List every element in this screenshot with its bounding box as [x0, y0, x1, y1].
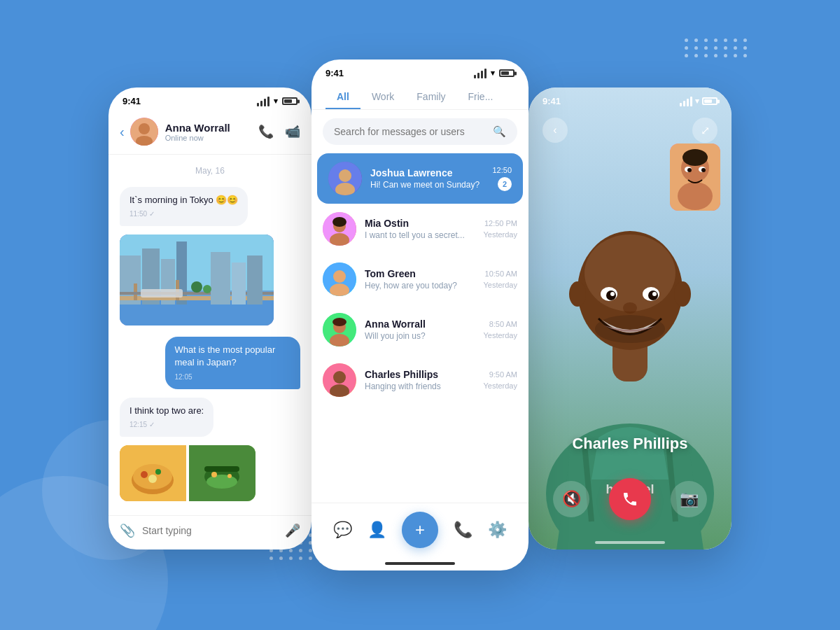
mute-button[interactable]: 🔇 [553, 481, 589, 517]
wifi-icon-right: ▾ [695, 97, 699, 106]
conversation-meta-4: 8:50 AM Yesterday [483, 320, 517, 340]
nav-settings-icon[interactable]: ⚙️ [488, 521, 507, 539]
message-row-2: What is the most popular meal in Japan? … [120, 337, 300, 388]
nav-chat-icon[interactable]: 💬 [333, 521, 352, 539]
conversation-time-3a: 10:50 AM [485, 270, 517, 278]
microphone-icon[interactable]: 🎤 [285, 523, 300, 538]
conversation-meta-1: 12:50 2 [492, 166, 512, 191]
conversation-item-2[interactable]: Mia Ostin I want to tell you a secret...… [312, 204, 528, 254]
message-time-3: 12:15 ✓ [130, 420, 204, 430]
svg-point-32 [211, 472, 217, 477]
conversation-preview-4: Will you join us? [365, 331, 483, 341]
conversation-time-4a: 8:50 AM [489, 320, 517, 328]
conversation-preview-3: Hey, how are you today? [365, 281, 483, 290]
conversation-badge-1: 2 [498, 177, 512, 191]
svg-rect-18 [232, 262, 246, 304]
conversation-time-4b: Yesterday [483, 331, 517, 340]
conversation-time-1: 12:50 [492, 166, 512, 174]
conversation-content-5: Charles Phillips Hanging with friends [365, 369, 483, 391]
message-time-2: 12:05 [175, 372, 291, 382]
signal-icon-middle [474, 69, 486, 78]
chat-contact-name: Anna Worrall [165, 122, 258, 134]
conversation-content-3: Tom Green Hey, how are you today? [365, 268, 483, 290]
message-text-2: What is the most popular meal in Japan? [175, 344, 276, 368]
phones-container: 9:41 ▾ ‹ [108, 59, 732, 570]
svg-point-25 [141, 471, 148, 478]
signal-icon-right [680, 97, 692, 106]
status-time-right: 9:41 [542, 96, 561, 106]
conversation-name-1: Joshua Lawrence [370, 167, 492, 178]
tab-all[interactable]: All [326, 84, 360, 109]
tab-friends[interactable]: Frie... [457, 84, 505, 109]
svg-point-47 [332, 318, 346, 326]
phone-chat: 9:41 ▾ ‹ [108, 88, 312, 550]
svg-point-70 [678, 182, 713, 210]
tab-work[interactable]: Work [360, 84, 405, 109]
chat-input[interactable] [142, 525, 278, 536]
message-bubble-3: I think top two are: 12:15 ✓ [120, 398, 214, 437]
nav-contacts-icon[interactable]: 👤 [368, 521, 386, 539]
message-bubble-1: It`s morning in Tokyo 😊😊 11:50 ✓ [120, 187, 248, 226]
search-input[interactable] [334, 126, 487, 137]
attach-icon[interactable]: 📎 [120, 523, 135, 538]
chat-header: ‹ Anna Worrall Online now 📞 📹 [108, 112, 312, 155]
svg-point-31 [206, 475, 237, 489]
conversation-meta-3: 10:50 AM Yesterday [483, 270, 517, 289]
conversation-item-1[interactable]: Joshua Lawrence Hi! Can we meet on Sunda… [317, 153, 523, 204]
svg-rect-17 [211, 252, 230, 304]
call-button[interactable]: 📞 [258, 124, 274, 139]
conversation-item-5[interactable]: Charles Phillips Hanging with friends 9:… [312, 355, 528, 405]
food-image-2 [189, 445, 255, 501]
conversation-item-3[interactable]: Tom Green Hey, how are you today? 10:50 … [312, 254, 528, 304]
nav-calls-icon[interactable]: 📞 [454, 521, 472, 539]
conversation-meta-5: 9:50 AM Yesterday [483, 370, 517, 390]
svg-point-26 [155, 469, 161, 475]
bg-dots-top-right [685, 38, 749, 57]
call-expand-button[interactable]: ⤢ [692, 118, 718, 143]
svg-point-75 [701, 168, 706, 172]
conversation-time-3b: Yesterday [483, 281, 517, 289]
svg-point-20 [191, 281, 202, 293]
conversation-content-2: Mia Ostin I want to tell you a secret... [365, 218, 483, 240]
message-food-images [120, 445, 255, 501]
home-indicator-middle [385, 562, 455, 565]
svg-rect-30 [204, 466, 239, 472]
conversation-meta-2: 12:50 PM Yesterday [483, 219, 517, 239]
call-controls: 🔇 📷 [528, 464, 732, 541]
search-icon[interactable]: 🔍 [493, 125, 506, 138]
bottom-nav: 💬 👤 + 📞 ⚙️ [312, 503, 528, 556]
tabs-bar: All Work Family Frie... [312, 84, 528, 110]
status-time-left: 9:41 [122, 96, 141, 106]
caller-info: Charles Phillips [528, 424, 732, 464]
status-bar-middle: 9:41 ▾ [312, 59, 528, 84]
avatar-mia [323, 212, 356, 246]
conversation-content-1: Joshua Lawrence Hi! Can we meet on Sunda… [370, 167, 492, 190]
nav-compose-button[interactable]: + [402, 512, 438, 548]
conversation-item-4[interactable]: Anna Worrall Will you join us? 8:50 AM Y… [312, 304, 528, 355]
conversation-name-3: Tom Green [365, 268, 483, 279]
tab-family[interactable]: Family [405, 84, 456, 109]
conversation-time-2a: 12:50 PM [484, 219, 517, 227]
end-call-button[interactable] [609, 478, 651, 520]
svg-point-40 [332, 217, 346, 227]
conversation-preview-5: Hanging with friends [365, 382, 483, 391]
call-back-button[interactable]: ‹ [542, 118, 568, 143]
conversation-list: Joshua Lawrence Hi! Can we meet on Sunda… [312, 153, 528, 503]
avatar-tom [323, 262, 356, 296]
svg-point-42 [333, 270, 346, 283]
back-button[interactable]: ‹ [120, 124, 125, 140]
chat-date-label: May, 16 [108, 155, 312, 181]
food-image-1 [120, 445, 186, 501]
svg-point-49 [333, 371, 346, 384]
conversation-preview-2: I want to tell you a secret... [365, 230, 483, 240]
message-text-3: I think top two are: [130, 405, 204, 416]
message-time-1: 11:50 ✓ [130, 209, 238, 219]
camera-off-button[interactable]: 📷 [671, 481, 707, 517]
conversation-name-2: Mia Ostin [365, 218, 483, 229]
svg-point-27 [148, 475, 157, 483]
svg-rect-16 [141, 289, 183, 298]
chat-contact-info: Anna Worrall Online now [165, 122, 258, 142]
video-call-button[interactable]: 📹 [285, 124, 300, 139]
svg-rect-19 [247, 255, 262, 304]
svg-point-35 [339, 169, 351, 182]
